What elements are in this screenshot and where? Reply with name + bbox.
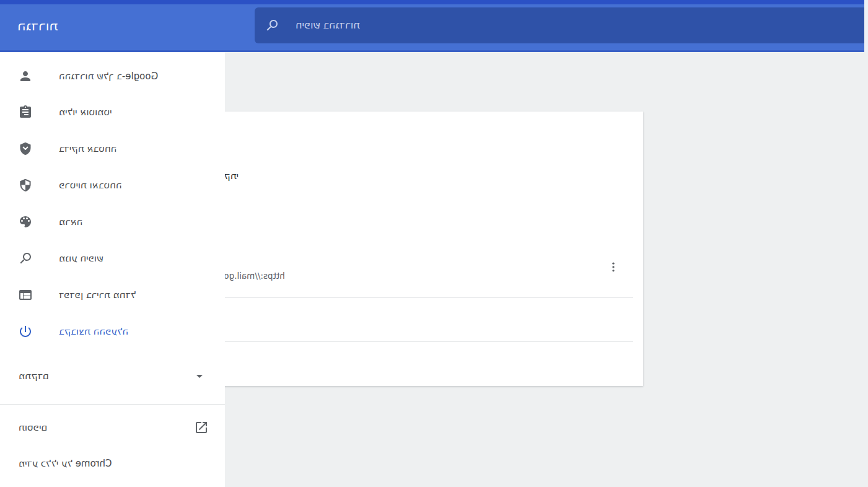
chrome-settings-screen: הגדרות חיפוש בהגדרות ההגדרות שלך ב-Googl… xyxy=(0,0,868,487)
sidebar-item-label: מנוע חיפוש xyxy=(59,244,103,273)
sidebar-item-advanced[interactable]: מתקדם xyxy=(0,361,225,391)
sidebar-item-label: מתקדם xyxy=(19,361,49,391)
sidebar-item-you-and-google[interactable]: ההגדרות שלך ב-Google xyxy=(0,61,225,91)
search-icon xyxy=(18,251,33,266)
app-header: הגדרות חיפוש בהגדרות xyxy=(0,0,868,52)
search-placeholder: חיפוש בהגדרות xyxy=(296,7,360,43)
sidebar-item-default-browser[interactable]: דפדפן ברירת מחדל xyxy=(0,280,225,310)
autofill-icon xyxy=(18,105,33,120)
sidebar-divider xyxy=(0,404,225,405)
sidebar-item-privacy-security[interactable]: פרטיות ואבטחה xyxy=(0,170,225,200)
sidebar-item-label: מידע כללי על Chrome xyxy=(19,449,112,478)
safety-check-icon xyxy=(18,141,33,156)
sidebar-item-safety-check[interactable]: בדיקת אבטחה xyxy=(0,134,225,164)
sidebar-item-extensions[interactable]: תוספים xyxy=(0,413,225,442)
sidebar-item-label: מילוי אוטומטי xyxy=(59,97,112,127)
security-shield-icon xyxy=(18,178,33,193)
sidebar-item-label: ההגדרות שלך ב-Google xyxy=(59,61,158,91)
header-top-strip xyxy=(0,0,868,4)
search-icon xyxy=(265,18,279,33)
sidebar-item-label: בדיקת אבטחה xyxy=(59,134,117,164)
sidebar-item-label: דפדפן ברירת מחדל xyxy=(59,280,136,310)
sidebar-item-label: בקבוצת ההפעלה xyxy=(59,317,128,346)
sidebar-item-about-chrome[interactable]: מידע כללי על Chrome xyxy=(0,449,225,478)
sidebar-item-appearance[interactable]: מראה xyxy=(0,207,225,237)
open-in-new-icon xyxy=(194,420,209,435)
power-icon xyxy=(18,324,33,339)
sidebar-item-label: פרטיות ואבטחה xyxy=(59,170,122,200)
sidebar-item-label: מראה xyxy=(59,207,82,237)
sidebar-item-search-engine[interactable]: מנוע חיפוש xyxy=(0,244,225,273)
page-entry-menu-button[interactable] xyxy=(603,257,623,277)
sidebar-item-autofill[interactable]: מילוי אוטומטי xyxy=(0,97,225,127)
person-icon xyxy=(18,69,33,84)
scrollbar-track[interactable] xyxy=(864,0,868,52)
sidebar-item-label: תוספים xyxy=(19,413,47,442)
palette-icon xyxy=(18,214,33,229)
browser-window-icon xyxy=(18,287,33,302)
page-title: הגדרות xyxy=(17,17,58,35)
settings-search-input[interactable]: חיפוש בהגדרות xyxy=(255,7,864,43)
chevron-down-icon xyxy=(192,369,207,384)
settings-sidebar: ההגדרות שלך ב-Google מילוי אוטומטי בדיקת… xyxy=(0,52,225,487)
sidebar-item-on-startup[interactable]: בקבוצת ההפעלה xyxy=(0,317,225,346)
